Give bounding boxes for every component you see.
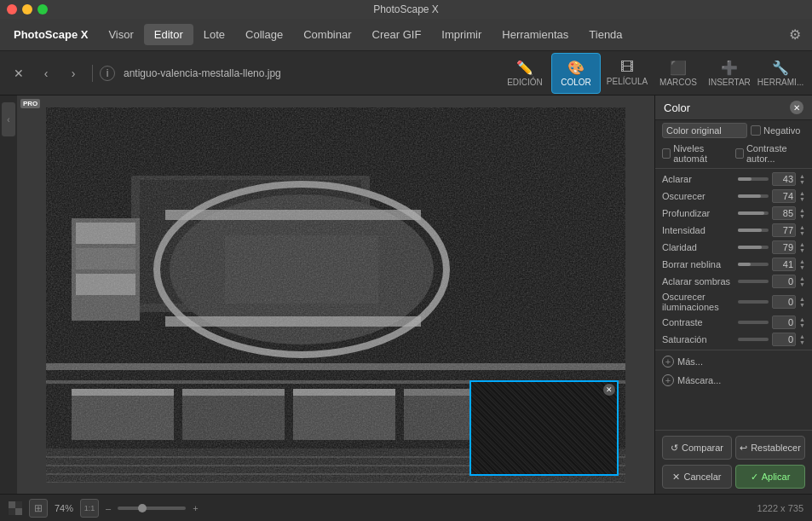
menu-crear-gif[interactable]: Crear GIF [362,24,432,45]
tab-herrami[interactable]: 🔧 HERRAMI... [756,53,805,94]
slider-value-borrar-neblina[interactable] [772,258,796,271]
slider-down-oscurecer[interactable]: ▼ [799,196,805,202]
tab-pelicula-label: PELÍCULA [607,77,648,86]
tab-marcos[interactable]: ⬛ MARCOS [654,53,703,94]
slider-value-contraste[interactable] [772,315,796,329]
zoom-slider[interactable] [118,507,186,510]
slider-down-profundizar[interactable]: ▼ [799,213,805,219]
slider-up-profundizar[interactable]: ▲ [799,207,805,213]
slider-track-oscurecer-iluminaciones[interactable] [738,300,769,304]
menu-lote[interactable]: Lote [193,24,235,45]
slider-track-contraste[interactable] [738,321,769,324]
slider-value-saturacion[interactable] [772,333,796,346]
slider-down-oscurecer-iluminaciones[interactable]: ▼ [799,302,805,308]
slider-up-intensidad[interactable]: ▲ [799,224,805,230]
slider-track-saturacion[interactable] [738,338,769,341]
slider-down-contraste[interactable]: ▼ [799,322,805,328]
slider-track-claridad[interactable] [738,246,769,249]
slider-track-aclarar[interactable] [738,177,769,181]
slider-up-claridad[interactable]: ▲ [799,241,805,247]
maximize-button[interactable] [37,4,48,14]
panel-close-button[interactable]: ✕ [790,101,803,114]
slider-down-aclarar-sombras[interactable]: ▼ [799,281,805,287]
titlebar: PhotoScape X [0,0,812,19]
app-brand[interactable]: PhotoScape X [3,24,98,45]
slider-label-oscurecer: Oscurecer [662,191,734,201]
restablecer-button[interactable]: ↩ Restablecer [735,436,805,460]
slider-up-saturacion[interactable]: ▲ [799,333,805,339]
thumbnail-close-button[interactable]: ✕ [603,384,615,396]
slider-up-contraste[interactable]: ▲ [799,316,805,322]
menu-visor[interactable]: Visor [98,24,143,45]
slider-track-aclarar-sombras[interactable] [738,280,769,283]
slider-up-oscurecer[interactable]: ▲ [799,190,805,196]
right-panel: Color ✕ Color original Negativo Niveles … [654,96,812,494]
back-button[interactable]: ‹ [34,61,58,85]
slider-track-oscurecer[interactable] [738,194,769,198]
tab-color[interactable]: 🎨 COLOR [551,53,601,94]
canvas-area[interactable]: PRO [17,96,654,494]
color-mode-select[interactable]: Color original [662,123,747,138]
slider-arrows-contraste: ▲ ▼ [799,316,805,328]
grid-btn[interactable]: ⊞ [29,499,48,518]
sidebar-collapse-btn[interactable]: ‹ [2,102,15,136]
slider-track-profundizar[interactable] [738,211,769,215]
mascara-plus-icon: + [662,374,674,386]
tab-insertar[interactable]: ➕ INSERTAR [705,53,754,94]
tab-edicion[interactable]: ✏️ EDICIÓN [500,53,550,94]
zoom-1-1-btn[interactable]: 1:1 [80,499,99,518]
slider-value-aclarar[interactable] [772,172,796,186]
niveles-auto-item: Niveles automát [662,143,728,164]
contraste-auto-item: Contraste autor... [735,143,805,164]
slider-value-profundizar[interactable] [772,206,796,220]
cancelar-button[interactable]: ✕ Cancelar [662,465,732,489]
menu-editor[interactable]: Editor [144,24,193,45]
info-icon[interactable]: i [100,66,115,81]
tab-pelicula[interactable]: 🎞 PELÍCULA [602,53,652,94]
slider-down-borrar-neblina[interactable]: ▼ [799,264,805,270]
checkerboard-icon [9,501,22,515]
mas-button-row[interactable]: + Más... [655,352,812,371]
slider-value-claridad[interactable] [772,240,796,254]
minimize-button[interactable] [22,4,32,14]
slider-down-aclarar[interactable]: ▼ [799,179,805,185]
slider-value-oscurecer[interactable] [772,189,796,203]
slider-fill-profundizar [738,211,764,215]
settings-icon[interactable]: ⚙ [781,21,809,49]
mascara-button-row[interactable]: + Máscara... [655,371,812,390]
slider-up-aclarar[interactable]: ▲ [799,173,805,179]
slider-down-saturacion[interactable]: ▼ [799,339,805,345]
slider-up-borrar-neblina[interactable]: ▲ [799,258,805,264]
menu-herramientas[interactable]: Herramientas [492,24,579,45]
slider-up-oscurecer-iluminaciones[interactable]: ▲ [799,296,805,302]
menu-collage[interactable]: Collage [235,24,293,45]
close-file-button[interactable]: ✕ [7,61,31,85]
slider-track-intensidad[interactable] [738,229,769,232]
aplicar-button[interactable]: ✓ Aplicar [735,465,805,489]
slider-fill-claridad [738,246,762,249]
pro-badge: PRO [20,99,40,108]
contraste-auto-checkbox[interactable] [735,148,744,159]
niveles-auto-checkbox[interactable] [662,148,671,159]
slider-value-aclarar-sombras[interactable] [772,275,796,288]
right-toolbar: ✏️ EDICIÓN 🎨 COLOR 🎞 PELÍCULA ⬛ MARCOS ➕… [500,53,805,94]
slider-down-claridad[interactable]: ▼ [799,247,805,253]
menu-tienda[interactable]: Tienda [579,24,632,45]
toolbar-separator [92,65,93,82]
negativo-checkbox[interactable] [751,125,761,136]
zoom-label: 74% [55,503,73,513]
tab-herrami-label: HERRAMI... [757,78,803,87]
slider-value-intensidad[interactable] [772,223,796,237]
slider-value-oscurecer-iluminaciones[interactable] [772,295,796,309]
slider-track-borrar-neblina[interactable] [738,263,769,266]
close-button[interactable] [7,4,17,14]
slider-up-aclarar-sombras[interactable]: ▲ [799,275,805,281]
forward-button[interactable]: › [61,61,85,85]
menu-combinar[interactable]: Combinar [293,24,361,45]
zoom-slider-thumb[interactable] [138,504,147,512]
menu-imprimir[interactable]: Imprimir [431,24,492,45]
niveles-auto-label: Niveles automát [673,143,728,164]
slider-down-intensidad[interactable]: ▼ [799,230,805,236]
footer-row1: ↺ Comparar ↩ Restablecer [662,436,805,460]
comparar-button[interactable]: ↺ Comparar [662,436,732,460]
